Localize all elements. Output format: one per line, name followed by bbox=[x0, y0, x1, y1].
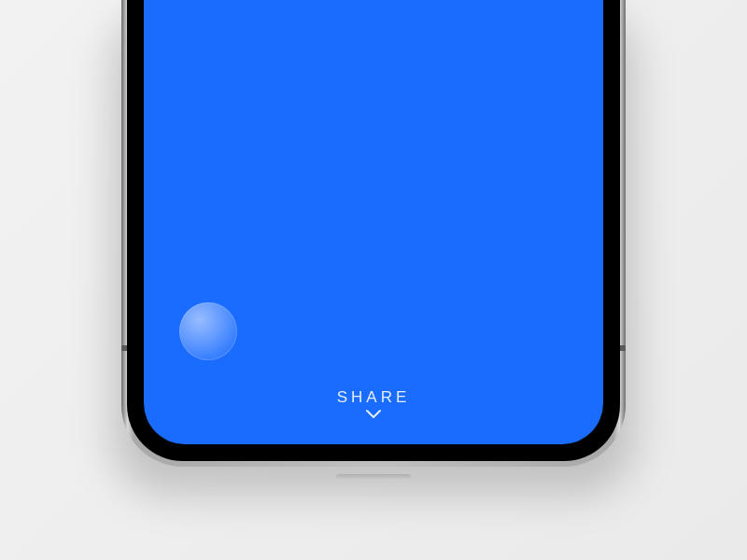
touch-indicator bbox=[179, 302, 237, 360]
phone-frame: SHARE bbox=[121, 0, 626, 467]
phone-screen: SHARE bbox=[144, 0, 603, 444]
app-screen[interactable] bbox=[144, 0, 603, 444]
share-button[interactable]: SHARE bbox=[144, 388, 603, 420]
antenna-band-right bbox=[620, 345, 626, 351]
phone-port bbox=[336, 474, 411, 480]
phone-bezel: SHARE bbox=[127, 0, 620, 461]
share-label: SHARE bbox=[337, 388, 411, 407]
chevron-down-icon bbox=[365, 409, 382, 420]
antenna-band-left bbox=[121, 345, 127, 351]
